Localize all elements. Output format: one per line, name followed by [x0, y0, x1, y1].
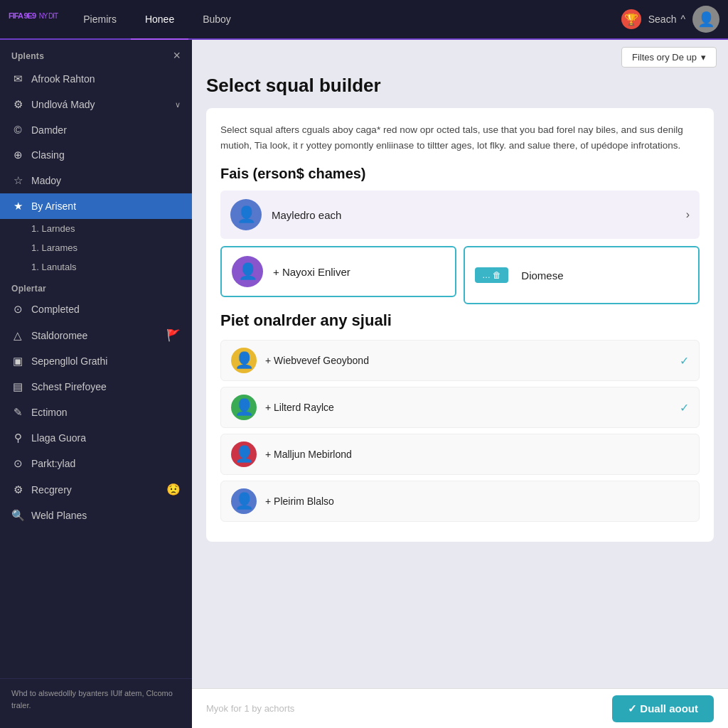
checkmark-icon-0: ✓ — [680, 354, 689, 368]
player-name-left: + Nayoxi Enliver — [273, 266, 445, 278]
target-icon: ⊙ — [11, 457, 24, 470]
confirm-button[interactable]: ✓ Duall aoout — [612, 695, 714, 722]
page-title: Select squal builder — [206, 75, 714, 97]
sidebar-item-llaga[interactable]: ⚲ Llaga Guora — [0, 425, 192, 451]
filter-button[interactable]: Filtes ory De up ▾ — [621, 47, 717, 68]
player-name-2: + Malljun Mebirlond — [265, 449, 689, 460]
section1-title: Fais (erson$ chames) — [220, 166, 700, 182]
nav-honee[interactable]: Honee — [131, 0, 188, 40]
player-avatar-left: 👤 — [232, 256, 263, 287]
sidebar-item-ectimon[interactable]: ✎ Ectimon — [0, 400, 192, 425]
sidebar-item-damder[interactable]: © Damder — [0, 117, 192, 142]
sidebar-label: Llaga Guora — [31, 432, 181, 444]
bottom-placeholder: Myok for 1 by achorts — [206, 703, 612, 714]
top-navigation: FIFA 9E9 NY DIT Piemirs Honee Buboy 🏆 Se… — [0, 0, 728, 40]
chevron-right-icon: › — [686, 208, 690, 221]
content-topbar: Filtes ory De up ▾ — [192, 40, 728, 75]
sidebar-item-completed[interactable]: ⊙ Completed — [0, 296, 192, 322]
player-row-alt-left[interactable]: 👤 + Nayoxi Enliver — [220, 246, 456, 297]
sidebar-item-weld[interactable]: 🔍 Weld Planes — [0, 503, 192, 528]
sidebar-item-undlova[interactable]: ⚙ Undlová Mady ∨ — [0, 92, 192, 117]
card-description: Select squal afters cguals aboy caga* re… — [220, 122, 700, 153]
list-item-3[interactable]: 👤 + Pleirim Blalso — [220, 481, 700, 522]
content-scroll: Select squal builder Select squal afters… — [192, 75, 728, 688]
sidebar-item-recgrery[interactable]: ⚙ Recgrery 😟 — [0, 476, 192, 503]
list-icon: ▤ — [11, 380, 24, 393]
sidebar-item-madoy[interactable]: ☆ Madoy — [0, 168, 192, 193]
mail-icon: ✉ — [11, 73, 24, 85]
sidebar-label: Sepengllol Grathi — [31, 355, 181, 367]
star-filled-icon: ★ — [11, 200, 24, 213]
sidebar-label: Afrook Rahton — [31, 73, 181, 85]
grid-icon: ▣ — [11, 355, 24, 368]
sidebar-header: Uplents × — [0, 40, 192, 66]
flag-emoji: 🚩 — [166, 328, 181, 342]
chevron-down-icon: ∨ — [175, 100, 181, 109]
sidebar-item-clasing[interactable]: ⊕ Clasing — [0, 142, 192, 168]
section2-title: Piet onalrder any sjuali — [220, 311, 700, 330]
triangle-icon: △ — [11, 329, 24, 342]
list-item-2[interactable]: 👤 + Malljun Mebirlond — [220, 434, 700, 475]
sidebar-label: Damder — [31, 124, 181, 136]
user-avatar[interactable]: 👤 — [692, 6, 719, 33]
edit-icon: ✎ — [11, 406, 24, 419]
player-name-right: Diomese — [521, 269, 688, 282]
list-item-0[interactable]: 👤 + Wiebvevef Geoybond ✓ — [220, 340, 700, 381]
inline-action-btn[interactable]: … 🗑 — [475, 267, 508, 283]
sidebar-sub-larames[interactable]: 1. Larames — [0, 238, 192, 257]
sidebar-label: By Arisent — [31, 200, 181, 212]
sidebar-section-operators: Oplertar — [0, 277, 192, 296]
sidebar-label: Completed — [31, 304, 181, 315]
bottom-bar: Myok for 1 by achorts ✓ Duall aoout — [192, 688, 728, 728]
sidebar-close-button[interactable]: × — [173, 48, 181, 63]
content-area: Filtes ory De up ▾ Select squal builder … — [192, 40, 728, 728]
sidebar-item-afrook[interactable]: ✉ Afrook Rahton — [0, 66, 192, 92]
player-avatar-main: 👤 — [230, 199, 262, 230]
people-icon: ⚲ — [11, 432, 24, 444]
shield-icon: ⊕ — [11, 149, 24, 161]
search-area[interactable]: Seach ^ — [648, 14, 685, 25]
nav-right: 🏆 Seach ^ 👤 — [621, 6, 719, 33]
star-icon: ☆ — [11, 174, 24, 187]
player-avatar-2: 👤 — [231, 441, 257, 467]
sidebar: Uplents × ✉ Afrook Rahton ⚙ Undlová Mady… — [0, 40, 192, 728]
sidebar-label: Staldoromee — [31, 330, 159, 341]
search-label: Seach — [648, 14, 677, 25]
sidebar-label: Madoy — [31, 175, 181, 186]
pair-row: 👤 + Nayoxi Enliver … 🗑 Diomese — [220, 246, 700, 304]
sidebar-item-schest[interactable]: ▤ Schest Pirefoyee — [0, 374, 192, 400]
circle-icon: © — [11, 124, 24, 136]
sidebar-section-uploads: Uplents — [11, 51, 44, 61]
sidebar-item-parktylad[interactable]: ⊙ Parkt:ylad — [0, 451, 192, 476]
circle-check-icon: ⊙ — [11, 303, 24, 316]
search-chevron-icon: ^ — [680, 14, 685, 25]
gear-icon: ⚙ — [11, 98, 24, 111]
player-row-alt-right[interactable]: … 🗑 Diomese — [464, 246, 700, 304]
sidebar-label: Recgrery — [31, 484, 159, 496]
sidebar-label: Ectimon — [31, 407, 181, 418]
logo-sup: NY DIT — [39, 12, 58, 20]
sidebar-label: Undlová Mady — [31, 99, 168, 110]
list-item-1[interactable]: 👤 + Lilterd Raylce ✓ — [220, 387, 700, 428]
sidebar-sub-lanutals[interactable]: 1. Lanutals — [0, 257, 192, 277]
nav-buboy[interactable]: Buboy — [188, 0, 245, 40]
checkmark-icon-1: ✓ — [680, 401, 689, 414]
player-avatar-3: 👤 — [231, 488, 257, 514]
sidebar-item-by-arisent[interactable]: ★ By Arisent — [0, 193, 192, 219]
chevron-down-icon: ▾ — [701, 52, 706, 63]
sidebar-footer: Whd to alswedollly byanters IUlf atem, C… — [0, 678, 192, 719]
club-badge: 🏆 — [621, 9, 641, 29]
sidebar-label: Parkt:ylad — [31, 458, 181, 469]
filter-label: Filtes ory De up — [632, 52, 697, 63]
sidebar-label: Schest Pirefoyee — [31, 381, 181, 392]
sidebar-item-sepengllol[interactable]: ▣ Sepengllol Grathi — [0, 348, 192, 374]
sidebar-label: Weld Planes — [31, 510, 181, 521]
app-logo: FIFA 9E9 NY DIT — [9, 11, 58, 28]
player-row-main[interactable]: 👤 Mayledro each › — [220, 191, 700, 239]
main-layout: Uplents × ✉ Afrook Rahton ⚙ Undlová Mady… — [0, 40, 728, 728]
nav-piemirs[interactable]: Piemirs — [69, 0, 131, 40]
player-name-1: + Lilterd Raylce — [265, 402, 674, 413]
sidebar-sub-larndes[interactable]: 1. Larndes — [0, 219, 192, 238]
sidebar-item-staldoromee[interactable]: △ Staldoromee 🚩 — [0, 322, 192, 348]
player-name-main: Mayledro each — [272, 209, 686, 221]
